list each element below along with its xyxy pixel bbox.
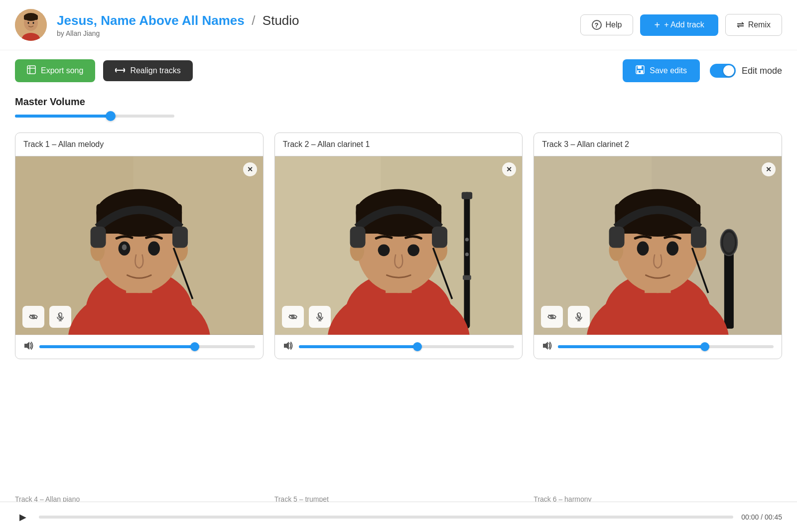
svg-rect-79 xyxy=(691,227,706,248)
current-time: 00:00 xyxy=(741,513,759,521)
track-1-volume-icon xyxy=(23,341,33,353)
master-volume-slider[interactable] xyxy=(15,115,174,118)
track-3-video-controls xyxy=(541,306,590,328)
svg-point-29 xyxy=(122,244,127,250)
track-1-volume-thumb[interactable] xyxy=(190,342,199,351)
header: Jesus, Name Above All Names / Studio by … xyxy=(0,0,797,50)
track-2-eye-button[interactable] xyxy=(282,306,304,328)
header-title-area: Jesus, Name Above All Names / Studio by … xyxy=(57,13,570,37)
track-3-name: Track 3 – Allan clarinet 2 xyxy=(542,140,629,148)
track-1-volume-fill xyxy=(39,345,195,348)
svg-point-6 xyxy=(33,22,34,24)
master-slider-thumb[interactable] xyxy=(106,111,116,121)
export-song-button[interactable]: Export song xyxy=(15,59,95,82)
svg-rect-78 xyxy=(609,227,625,248)
track-1-video-controls xyxy=(22,306,71,328)
master-volume-section: Master Volume xyxy=(0,91,797,128)
svg-marker-64 xyxy=(284,342,289,350)
toolbar-right: Save edits Edit mode xyxy=(623,59,782,82)
realign-icon xyxy=(115,66,125,75)
export-label: Export song xyxy=(41,66,83,75)
svg-rect-26 xyxy=(172,227,188,248)
track-1-mic-button[interactable] xyxy=(49,306,71,328)
track-1-video-inner: ✕ xyxy=(15,156,263,335)
track-1-close-button[interactable]: ✕ xyxy=(243,162,257,176)
tracks-container: Track 1 – Allan melody xyxy=(0,128,797,374)
svg-point-43 xyxy=(465,238,469,241)
track-3-volume-slider[interactable] xyxy=(558,345,774,348)
remix-label: Remix xyxy=(748,20,771,29)
realign-tracks-button[interactable]: Realign tracks xyxy=(103,60,192,81)
svg-point-44 xyxy=(465,253,469,256)
track-2-volume xyxy=(275,335,523,359)
play-button[interactable]: ▶ xyxy=(15,509,31,525)
track-2-volume-icon xyxy=(283,341,293,353)
track-3-video-inner: ✕ xyxy=(534,156,782,335)
track-2-name: Track 2 – Allan clarinet 1 xyxy=(283,140,370,148)
save-edits-button[interactable]: Save edits xyxy=(623,59,700,82)
realign-label: Realign tracks xyxy=(130,66,180,75)
edit-mode-area: Edit mode xyxy=(710,64,782,78)
track-3-volume-fill xyxy=(558,345,704,348)
svg-rect-67 xyxy=(724,246,734,329)
svg-rect-41 xyxy=(461,192,472,199)
track-2-header: Track 2 – Allan clarinet 1 xyxy=(275,133,523,156)
track-1-video: ✕ xyxy=(15,156,263,335)
track-card-2: Track 2 – Allan clarinet 1 xyxy=(274,133,523,359)
svg-rect-42 xyxy=(463,275,471,280)
separator: / xyxy=(252,13,255,28)
add-icon: + xyxy=(654,19,660,31)
svg-point-28 xyxy=(148,241,160,256)
track-1-volume-slider[interactable] xyxy=(39,345,255,348)
track-3-close-button[interactable]: ✕ xyxy=(762,162,776,176)
track-2-volume-thumb[interactable] xyxy=(413,342,422,351)
add-track-label: + Add track xyxy=(664,20,704,29)
track-3-mic-button[interactable] xyxy=(568,306,590,328)
svg-point-80 xyxy=(637,241,649,256)
help-button[interactable]: ? Help xyxy=(580,14,634,35)
svg-rect-53 xyxy=(350,227,365,248)
track-1-volume xyxy=(15,335,263,359)
track-2-video-inner: ✕ xyxy=(275,156,523,335)
header-actions: ? Help + + Add track ⇌ Remix xyxy=(580,14,782,36)
song-subtitle: by Allan Jiang xyxy=(57,29,570,37)
edit-mode-label: Edit mode xyxy=(742,66,782,76)
help-label: Help xyxy=(606,20,622,29)
progress-bar[interactable] xyxy=(39,516,733,519)
track-1-eye-button[interactable] xyxy=(22,306,44,328)
time-display: 00:00 / 00:45 xyxy=(741,513,782,521)
help-icon: ? xyxy=(592,20,602,30)
track-2-volume-fill xyxy=(299,345,417,348)
edit-mode-toggle[interactable] xyxy=(710,64,736,78)
track-2-video-controls xyxy=(282,306,331,328)
svg-rect-25 xyxy=(91,227,106,248)
svg-point-55 xyxy=(378,244,390,256)
track-3-eye-button[interactable] xyxy=(541,306,563,328)
svg-marker-37 xyxy=(24,342,29,350)
bottom-player-bar: ▶ 00:00 / 00:45 xyxy=(0,502,797,532)
svg-rect-7 xyxy=(27,66,35,74)
svg-rect-14 xyxy=(639,71,641,73)
song-title[interactable]: Jesus, Name Above All Names xyxy=(57,13,245,28)
svg-point-5 xyxy=(28,22,29,24)
svg-marker-89 xyxy=(543,342,548,350)
track-card-1: Track 1 – Allan melody xyxy=(15,133,264,359)
track-3-video: ✕ xyxy=(534,156,782,335)
master-slider-fill xyxy=(15,115,114,118)
master-slider-track[interactable] xyxy=(15,115,174,118)
svg-point-69 xyxy=(723,233,735,253)
track-3-header: Track 3 – Allan clarinet 2 xyxy=(534,133,782,156)
total-time: 00:45 xyxy=(765,513,782,521)
track-2-volume-slider[interactable] xyxy=(299,345,515,348)
track-2-mic-button[interactable] xyxy=(309,306,331,328)
track-3-volume xyxy=(534,335,782,359)
track-3-volume-icon xyxy=(542,341,552,353)
master-volume-label: Master Volume xyxy=(15,96,782,108)
add-track-button[interactable]: + + Add track xyxy=(640,14,718,36)
toolbar: Export song Realign tracks Save edits xyxy=(0,50,797,91)
track-3-volume-thumb[interactable] xyxy=(700,342,709,351)
remix-button[interactable]: ⇌ Remix xyxy=(725,14,782,36)
export-icon xyxy=(27,65,36,76)
studio-label: Studio xyxy=(263,13,299,28)
svg-rect-40 xyxy=(464,192,470,329)
